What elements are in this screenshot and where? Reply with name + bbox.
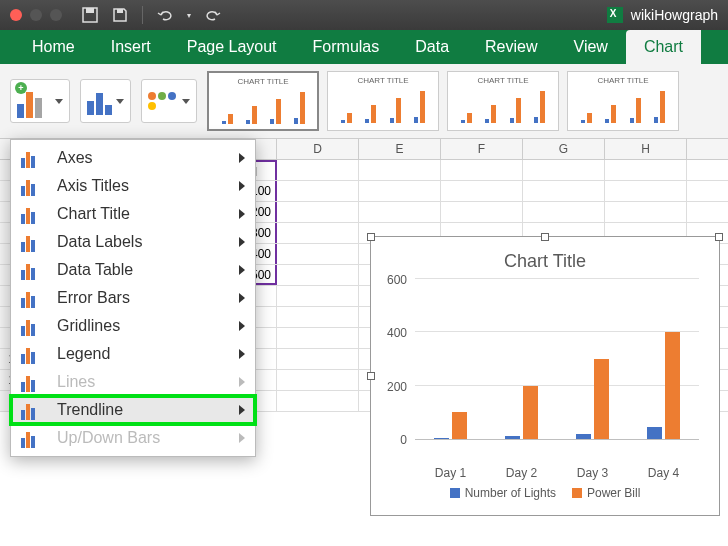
cell[interactable] <box>277 181 359 201</box>
save-icon[interactable] <box>112 7 128 23</box>
resize-handle[interactable] <box>541 233 549 241</box>
cell[interactable] <box>523 181 605 201</box>
menu-item-label: Chart Title <box>57 205 130 223</box>
cell[interactable] <box>441 202 523 222</box>
chart-bar[interactable] <box>665 332 680 439</box>
cell[interactable] <box>441 181 523 201</box>
chart-bar[interactable] <box>576 434 591 439</box>
tab-page-layout[interactable]: Page Layout <box>169 30 295 64</box>
cell[interactable] <box>523 202 605 222</box>
tab-data[interactable]: Data <box>397 30 467 64</box>
cell[interactable] <box>441 160 523 180</box>
tab-view[interactable]: View <box>556 30 626 64</box>
chart-bar[interactable] <box>505 436 520 439</box>
add-chart-element-icon: + <box>17 84 51 118</box>
column-header[interactable]: G <box>523 139 605 159</box>
bar-group[interactable] <box>505 386 538 439</box>
tab-formulas[interactable]: Formulas <box>295 30 398 64</box>
ribbon-content: + CHART TITLE <box>0 64 728 139</box>
close-window-button[interactable] <box>10 9 22 21</box>
add-chart-element-menu: AxesAxis TitlesChart TitleData LabelsDat… <box>10 139 256 457</box>
cell[interactable] <box>277 160 359 180</box>
cell[interactable] <box>605 160 687 180</box>
chart-bar[interactable] <box>452 412 467 439</box>
column-header[interactable]: E <box>359 139 441 159</box>
undo-dropdown-icon[interactable]: ▾ <box>187 11 191 20</box>
tab-chart-design[interactable]: Chart <box>626 30 701 64</box>
bar-group[interactable] <box>647 332 680 439</box>
menu-item-chart-title[interactable]: Chart Title <box>11 200 255 228</box>
y-axis: 0200400600 <box>371 280 411 440</box>
chart-legend[interactable]: Number of LightsPower Bill <box>371 486 719 500</box>
autosave-icon[interactable] <box>82 7 98 23</box>
x-tick-label: Day 4 <box>648 466 679 480</box>
menu-item-label: Trendline <box>57 401 123 419</box>
embedded-chart[interactable]: Chart Title 0200400600 Day 1Day 2Day 3Da… <box>370 236 720 516</box>
cell[interactable] <box>277 244 359 264</box>
chart-style-thumb[interactable]: CHART TITLE <box>567 71 679 131</box>
add-chart-element-button[interactable]: + <box>10 79 70 123</box>
undo-icon[interactable] <box>157 7 173 23</box>
tab-insert[interactable]: Insert <box>93 30 169 64</box>
menu-item-label: Gridlines <box>57 317 120 335</box>
column-header[interactable]: F <box>441 139 523 159</box>
cell[interactable] <box>277 202 359 222</box>
change-colors-icon <box>148 92 178 110</box>
cell[interactable] <box>277 286 359 306</box>
menu-item-data-table[interactable]: Data Table <box>11 256 255 284</box>
change-colors-button[interactable] <box>141 79 197 123</box>
tab-home[interactable]: Home <box>14 30 93 64</box>
cell[interactable] <box>277 223 359 243</box>
chart-bar[interactable] <box>647 427 662 439</box>
quick-layout-button[interactable] <box>80 79 131 123</box>
ribbon-tabs: Home Insert Page Layout Formulas Data Re… <box>0 30 728 64</box>
chart-style-thumb[interactable]: CHART TITLE <box>327 71 439 131</box>
legend-item[interactable]: Power Bill <box>572 486 640 500</box>
cell[interactable] <box>277 349 359 369</box>
column-header[interactable]: H <box>605 139 687 159</box>
chart-style-thumb[interactable]: CHART TITLE <box>447 71 559 131</box>
cell[interactable] <box>277 370 359 390</box>
cell[interactable] <box>605 181 687 201</box>
cell[interactable] <box>605 202 687 222</box>
chart-bar[interactable] <box>523 386 538 439</box>
resize-handle[interactable] <box>715 233 723 241</box>
chart-plot-area[interactable]: 0200400600 <box>371 280 719 460</box>
submenu-arrow-icon <box>239 377 245 387</box>
menu-item-axes[interactable]: Axes <box>11 144 255 172</box>
cell[interactable] <box>277 307 359 327</box>
cell[interactable] <box>359 202 441 222</box>
cell[interactable] <box>277 391 359 411</box>
chart-title[interactable]: Chart Title <box>371 237 719 280</box>
legend-swatch <box>450 488 460 498</box>
cell[interactable] <box>359 181 441 201</box>
chart-bar[interactable] <box>434 438 449 439</box>
menu-item-error-bars[interactable]: Error Bars <box>11 284 255 312</box>
menu-item-lines: Lines <box>11 368 255 396</box>
menu-item-data-labels[interactable]: Data Labels <box>11 228 255 256</box>
submenu-arrow-icon <box>239 265 245 275</box>
cell[interactable] <box>277 265 359 285</box>
redo-icon[interactable] <box>205 7 221 23</box>
zoom-window-button[interactable] <box>50 9 62 21</box>
y-tick-label: 200 <box>387 380 407 394</box>
chart-style-thumb[interactable]: CHART TITLE <box>207 71 319 131</box>
menu-item-gridlines[interactable]: Gridlines <box>11 312 255 340</box>
menu-item-axis-titles[interactable]: Axis Titles <box>11 172 255 200</box>
submenu-arrow-icon <box>239 181 245 191</box>
menu-item-legend[interactable]: Legend <box>11 340 255 368</box>
cell[interactable] <box>523 160 605 180</box>
bar-group[interactable] <box>576 359 609 439</box>
column-header[interactable]: D <box>277 139 359 159</box>
resize-handle[interactable] <box>367 233 375 241</box>
bar-group[interactable] <box>434 412 467 439</box>
chart-bar[interactable] <box>594 359 609 439</box>
cell[interactable] <box>359 160 441 180</box>
menu-item-label: Data Labels <box>57 233 142 251</box>
cell[interactable] <box>277 328 359 348</box>
menu-item-trendline[interactable]: Trendline <box>11 396 255 424</box>
tab-review[interactable]: Review <box>467 30 555 64</box>
plot-area[interactable] <box>415 280 699 440</box>
minimize-window-button[interactable] <box>30 9 42 21</box>
legend-item[interactable]: Number of Lights <box>450 486 556 500</box>
